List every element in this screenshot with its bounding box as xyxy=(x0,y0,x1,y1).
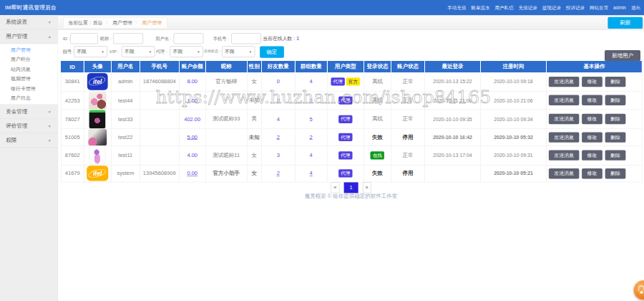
page-next-button[interactable]: » xyxy=(363,182,371,193)
sidebar-item[interactable]: 用户日志 xyxy=(0,93,57,102)
filter-select[interactable]: 不限▼ xyxy=(222,46,255,57)
groups-link[interactable]: 2 xyxy=(310,134,313,140)
edit-button[interactable]: 修改 xyxy=(582,114,602,124)
edit-button[interactable]: 修改 xyxy=(582,95,602,105)
balance-link[interactable]: 8.00 xyxy=(187,78,197,85)
account-status: 停用 xyxy=(402,134,413,140)
friends-link[interactable]: 4 xyxy=(277,116,280,123)
avatar xyxy=(88,129,107,145)
cell-login-status: 失效 xyxy=(364,165,391,182)
sidebar-item[interactable]: 用户管理 xyxy=(0,45,57,54)
filter-label: 用户名 : xyxy=(155,33,171,44)
filter-select[interactable]: 不限▼ xyxy=(122,46,155,57)
edit-button[interactable]: 修改 xyxy=(582,168,602,178)
column-header: 账户状态 xyxy=(391,61,425,72)
sidebar-item[interactable]: 视频管理 xyxy=(0,74,57,83)
cell-nickname: 测试昵称33 xyxy=(205,110,247,129)
cell-account-status: 正常 xyxy=(391,72,425,91)
cell-user-type: 代理 xyxy=(327,145,364,165)
avatar xyxy=(89,146,106,165)
nav-item[interactable]: 退出 xyxy=(631,4,640,11)
cell-actions: 发送消息修改删除 xyxy=(546,91,642,110)
delete-button[interactable]: 删除 xyxy=(605,132,626,142)
groups-link[interactable]: 4 xyxy=(310,78,313,85)
page-current[interactable]: 1 xyxy=(343,182,358,193)
cell-gender: 女 xyxy=(247,72,261,91)
groups-link[interactable]: 2 xyxy=(310,97,313,103)
sidebar: 系统设置▼用户管理▲用户管理用户积分站内消息视频管理银行卡管理用户日志资金管理▼… xyxy=(0,15,58,301)
breadcrumb: 当前位置：后台〉用户管理〉用户管理 xyxy=(63,16,167,28)
breadcrumb-bar: 当前位置：后台〉用户管理〉用户管理 刷新 xyxy=(58,15,644,30)
send-message-button[interactable]: 发送消息 xyxy=(549,77,580,87)
nav-item[interactable]: admin xyxy=(613,5,626,11)
breadcrumb-item[interactable]: 用户管理 xyxy=(112,20,132,26)
delete-button[interactable]: 删除 xyxy=(605,95,626,105)
sidebar-group[interactable]: 资金管理▼ xyxy=(0,105,57,119)
send-message-button[interactable]: 发送消息 xyxy=(549,150,580,160)
edit-button[interactable]: 修改 xyxy=(582,150,602,160)
cell-user-type: 代理 xyxy=(327,128,364,145)
sidebar-group[interactable]: 系统设置▼ xyxy=(0,15,57,29)
delete-button[interactable]: 删除 xyxy=(605,168,626,178)
add-user-button[interactable]: 新增用户 xyxy=(605,50,640,61)
filter-input[interactable] xyxy=(173,33,203,44)
groups-link[interactable]: 5 xyxy=(310,116,313,123)
cell-user-type: 代理官方 xyxy=(327,72,364,91)
send-message-button[interactable]: 发送消息 xyxy=(549,168,580,178)
balance-link[interactable]: 4.00 xyxy=(187,152,197,158)
friends-link[interactable]: 2 xyxy=(277,134,280,140)
balance-link[interactable]: 402.00 xyxy=(184,116,200,123)
avatar xyxy=(89,110,106,128)
cell-balance: 402.00 xyxy=(179,110,205,129)
filter-input[interactable] xyxy=(113,33,143,44)
friends-link[interactable]: 2 xyxy=(277,171,280,177)
friends-link[interactable]: 3 xyxy=(277,152,280,158)
nav-item[interactable]: 账单流水 xyxy=(471,4,489,11)
delete-button[interactable]: 删除 xyxy=(605,114,626,124)
groups-link[interactable]: 4 xyxy=(310,152,313,158)
refresh-button[interactable]: 刷新 xyxy=(608,16,643,28)
sidebar-item[interactable]: 用户积分 xyxy=(0,54,57,64)
cell-actions: 发送消息修改删除 xyxy=(546,110,642,129)
sidebar-group[interactable]: 用户管理▲ xyxy=(0,29,57,44)
sidebar-item[interactable]: 站内消息 xyxy=(0,64,57,74)
send-message-button[interactable]: 发送消息 xyxy=(549,95,580,105)
balance-link[interactable]: 5.00 xyxy=(187,134,197,140)
groups-link[interactable]: 4 xyxy=(310,171,313,177)
nav-item[interactable]: 提现记录 xyxy=(542,4,561,11)
nav-item[interactable]: 充值记录 xyxy=(519,4,537,11)
filter-select[interactable]: 不限▼ xyxy=(170,46,203,57)
sidebar-group[interactable]: 评价管理▼ xyxy=(0,119,57,133)
cell-user-type: 代理 xyxy=(327,110,364,129)
table-row: 78027test33402.00测试昵称33男45代理离线正常2020-10-… xyxy=(61,110,642,129)
page-prev-button[interactable]: « xyxy=(331,182,339,193)
cell-id: 42253 xyxy=(61,91,84,110)
friends-link[interactable]: 0 xyxy=(277,78,280,85)
nav-item[interactable]: 用户私信 xyxy=(494,4,513,11)
delete-button[interactable]: 删除 xyxy=(605,77,626,87)
edit-button[interactable]: 修改 xyxy=(582,132,602,142)
balance-link[interactable]: 0.00 xyxy=(187,171,197,177)
filter-input[interactable] xyxy=(70,33,98,44)
filter-input[interactable] xyxy=(231,33,261,44)
delete-button[interactable]: 删除 xyxy=(605,150,626,160)
filter-label: 手机号 : xyxy=(213,33,229,44)
breadcrumb-item[interactable]: 后台 xyxy=(93,20,103,26)
cell-avatar: itel xyxy=(84,165,111,182)
balance-link[interactable]: 1.00 xyxy=(187,97,197,103)
sidebar-group[interactable]: 权限▼ xyxy=(0,133,57,148)
confirm-button[interactable]: 确定 xyxy=(260,46,284,57)
send-message-button[interactable]: 发送消息 xyxy=(549,132,580,142)
friends-link[interactable]: 2 xyxy=(277,97,280,103)
cell-username: test44 xyxy=(111,91,140,110)
login-status: 离线 xyxy=(372,78,383,85)
nav-item[interactable]: 手动充值 xyxy=(447,4,466,11)
cell-avatar xyxy=(84,145,111,165)
nav-item[interactable]: 网站首页 xyxy=(590,4,608,11)
edit-button[interactable]: 修改 xyxy=(582,77,602,87)
nav-item[interactable]: 投诉记录 xyxy=(566,4,585,11)
send-message-button[interactable]: 发送消息 xyxy=(549,114,580,124)
filter-select[interactable]: 不限▼ xyxy=(74,46,107,57)
account-status: 停用 xyxy=(402,170,413,176)
sidebar-item[interactable]: 银行卡管理 xyxy=(0,84,57,93)
